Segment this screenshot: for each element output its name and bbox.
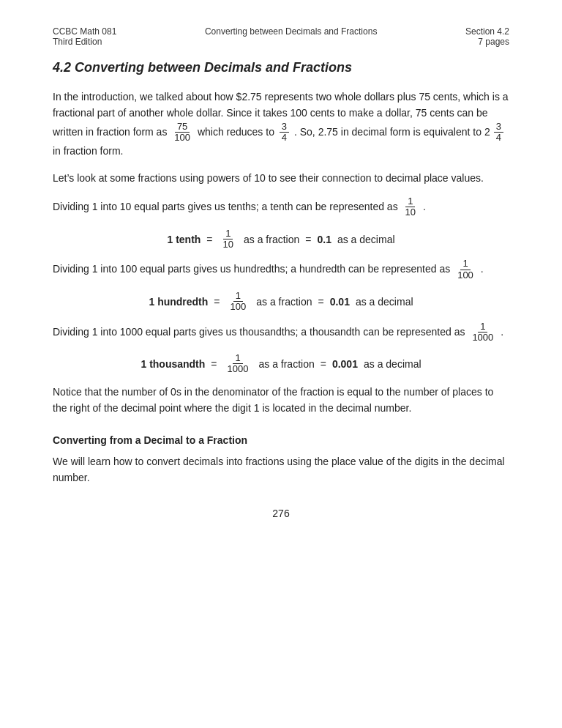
hundredth-eq: = xyxy=(214,296,220,308)
header-center: Converting between Decimals and Fraction… xyxy=(116,26,465,37)
tenth-eq: = xyxy=(206,234,212,245)
thousandth-math-line: 1 thousandth = 1 1000 as a fraction = 0.… xyxy=(53,353,509,375)
page-header: CCBC Math 081 Third Edition Converting b… xyxy=(53,26,509,47)
hundredth-math-line: 1 hundredth = 1 100 as a fraction = 0.01… xyxy=(53,291,509,313)
mixed-end: in fraction form. xyxy=(53,145,123,157)
fraction-1-100-inline: 1 100 xyxy=(455,259,476,281)
fraction-1-10-inline: 1 10 xyxy=(403,196,418,218)
page-number: 276 xyxy=(53,508,509,519)
header-title: Converting between Decimals and Fraction… xyxy=(205,26,377,37)
tenths-paragraph: Dividing 1 into 10 equal parts gives us … xyxy=(53,196,509,218)
thousandth-as-fraction: as a fraction xyxy=(258,358,314,370)
fraction-1-1000-inline: 1 1000 xyxy=(470,322,495,343)
thousandth-label: 1 thousandth xyxy=(140,358,205,370)
fraction-3-4: 3 4 xyxy=(280,122,289,144)
tenth-as-fraction: as a fraction xyxy=(244,234,299,245)
tenth-decimal: 0.1 xyxy=(317,234,331,245)
pages-label: 7 pages xyxy=(478,37,509,47)
section-label: Section 4.2 xyxy=(465,26,509,37)
thousandth-decimal: 0.001 xyxy=(332,358,358,370)
intro-paragraph: In the introduction, we talked about how… xyxy=(53,89,509,160)
edition-label: Third Edition xyxy=(53,37,116,47)
intro-end: . So, 2.75 in decimal form is equivalent… xyxy=(294,125,482,137)
fraction-1-1000-math: 1 1000 xyxy=(225,353,251,375)
thousandth-eq: = xyxy=(211,358,217,370)
section-title: 4.2 Converting between Decimals and Frac… xyxy=(53,60,509,75)
hundredths-paragraph: Dividing 1 into 100 equal parts gives us… xyxy=(53,259,509,281)
hundredth-eq2: = xyxy=(318,296,324,308)
converting-heading: Converting from a Decimal to a Fraction xyxy=(53,434,509,446)
hundredth-decimal: 0.01 xyxy=(330,296,350,308)
thousandth-as-decimal: as a decimal xyxy=(364,358,422,370)
notice-paragraph: Notice that the number of 0s in the deno… xyxy=(53,384,509,417)
thousandth-eq2: = xyxy=(321,358,326,370)
thousandths-paragraph: Dividing 1 into 1000 equal parts gives u… xyxy=(53,322,509,343)
tenth-label: 1 tenth xyxy=(167,234,201,245)
mixed-number: 2 3 4 xyxy=(484,122,506,144)
header-left: CCBC Math 081 Third Edition xyxy=(53,26,116,47)
course-label: CCBC Math 081 xyxy=(53,26,116,37)
converting-paragraph: We will learn how to convert decimals in… xyxy=(53,453,509,486)
tenth-as-decimal: as a decimal xyxy=(337,234,395,245)
powers-paragraph: Let’s look at some fractions using power… xyxy=(53,170,509,186)
header-right: Section 4.2 7 pages xyxy=(465,26,509,47)
hundredth-as-decimal: as a decimal xyxy=(356,296,413,308)
tenth-eq2: = xyxy=(305,234,311,245)
fraction-1-10-math: 1 10 xyxy=(221,229,236,250)
fraction-1-100-math: 1 100 xyxy=(228,291,249,313)
fraction-75-100: 75 100 xyxy=(172,122,192,144)
mixed-frac: 3 4 xyxy=(494,122,503,144)
hundredth-label: 1 hundredth xyxy=(149,296,208,308)
tenth-math-line: 1 tenth = 1 10 as a fraction = 0.1 as a … xyxy=(53,229,509,250)
page: CCBC Math 081 Third Edition Converting b… xyxy=(0,0,562,728)
hundredth-as-fraction: as a fraction xyxy=(256,296,312,308)
intro-middle: which reduces to xyxy=(198,125,274,137)
